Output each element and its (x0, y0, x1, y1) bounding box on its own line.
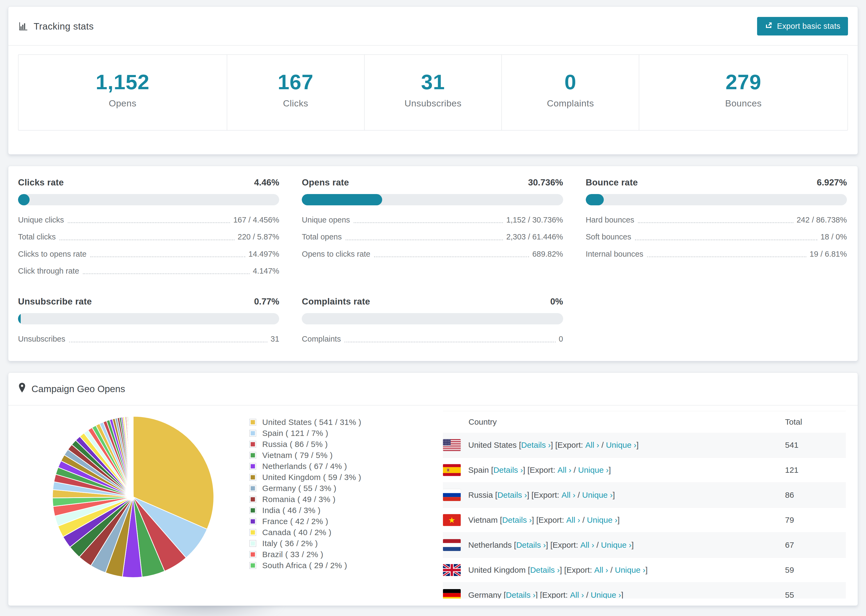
export-unique-link[interactable]: Unique › (578, 465, 609, 475)
legend-item-india[interactable]: India ( 46 / 3% ) (249, 505, 361, 516)
rate-detail-rows: Complaints0 (302, 335, 563, 344)
export-all-link[interactable]: All › (562, 490, 576, 500)
de-flag-icon (443, 589, 461, 599)
us-flag-icon (443, 439, 461, 451)
summary-stat-bounces: 279Bounces (639, 55, 847, 130)
legend-item-south-africa[interactable]: South Africa ( 29 / 2% ) (249, 560, 361, 571)
rate-detail-label: Unique opens (302, 215, 350, 225)
rate-detail-value: 242 / 86.738% (797, 215, 847, 225)
bracket-text: ] [Export: (560, 566, 594, 575)
legend-label: Netherlands ( 67 / 4% ) (262, 462, 347, 471)
rate-detail-row: Clicks to opens rate14.497% (18, 250, 279, 259)
export-unique-link[interactable]: Unique › (601, 541, 631, 550)
country-name: Vietnam [ (468, 515, 502, 525)
dotted-leader (69, 342, 267, 343)
export-unique-link[interactable]: Unique › (587, 515, 617, 525)
summary-stat-unsubscribes: 31Unsubscribes (364, 55, 502, 130)
details-link[interactable]: Details › (521, 440, 551, 449)
export-basic-stats-button[interactable]: Export basic stats (757, 17, 848, 36)
legend-item-united-states[interactable]: United States ( 541 / 31% ) (249, 417, 361, 428)
rate-detail-value: 689.82% (532, 250, 563, 259)
rate-detail-label: Complaints (302, 335, 341, 344)
legend-item-brazil[interactable]: Brazil ( 33 / 2% ) (249, 549, 361, 560)
geo-total-cell: 121 (785, 458, 846, 483)
slash-text: / (575, 490, 582, 500)
legend-swatch (249, 518, 256, 525)
details-link[interactable]: Details › (530, 566, 560, 575)
rate-detail-row: Opens to clicks rate689.82% (302, 250, 563, 259)
geo-country-cell: United States [Details ›] [Export: All ›… (443, 433, 785, 458)
slash-text: / (594, 541, 601, 550)
geo-total-cell: 59 (785, 558, 846, 583)
geo-chart-area: United States ( 541 / 31% )Spain ( 121 /… (18, 411, 443, 599)
page-title: Tracking stats (34, 21, 94, 32)
stat-value: 167 (227, 70, 364, 94)
vn-flag-icon (443, 514, 461, 526)
legend-item-vietnam[interactable]: Vietnam ( 79 / 5% ) (249, 450, 361, 461)
bracket-text: ] (609, 465, 611, 475)
pie-slice-other-53[interactable] (133, 416, 133, 497)
rate-value: 4.46% (254, 178, 279, 188)
rate-detail-rows: Unsubscribes31 (18, 335, 279, 344)
geo-table-header-row: Country Total (443, 411, 846, 433)
export-all-link[interactable]: All › (585, 440, 599, 449)
geo-country-cell: Vietnam [Details ›] [Export: All › / Uni… (443, 508, 785, 533)
legend-item-netherlands[interactable]: Netherlands ( 67 / 4% ) (249, 461, 361, 472)
bar-chart-icon (18, 22, 28, 31)
progress-bar-track (586, 194, 847, 205)
rate-section-unsubscribe: Unsubscribe rate0.77%Unsubscribes31 (18, 297, 279, 344)
country-cell: Russia [Details ›] [Export: All › / Uniq… (443, 489, 785, 501)
legend-item-united-kingdom[interactable]: United Kingdom ( 59 / 3% ) (249, 472, 361, 483)
progress-bar-fill (586, 194, 604, 205)
country-name: Russia [ (468, 490, 497, 500)
summary-stat-complaints: 0Complaints (501, 55, 639, 130)
legend-swatch (249, 496, 256, 503)
export-all-link[interactable]: All › (570, 591, 584, 599)
details-link[interactable]: Details › (506, 591, 535, 599)
legend-item-germany[interactable]: Germany ( 55 / 3% ) (249, 483, 361, 494)
bracket-text: ] (621, 591, 624, 599)
legend-label: Germany ( 55 / 3% ) (262, 484, 337, 493)
details-link[interactable]: Details › (493, 465, 523, 475)
details-link[interactable]: Details › (502, 515, 532, 525)
stat-label: Complaints (502, 98, 639, 108)
details-link[interactable]: Details › (516, 541, 546, 550)
geo-header: Campaign Geo Opens (8, 373, 858, 405)
export-unique-link[interactable]: Unique › (615, 566, 645, 575)
dotted-leader (345, 342, 555, 343)
legend-label: Spain ( 121 / 7% ) (262, 429, 328, 438)
column-header-country: Country (443, 411, 785, 433)
export-all-link[interactable]: All › (580, 541, 594, 550)
rate-title-row: Unsubscribe rate0.77% (18, 297, 279, 306)
export-all-link[interactable]: All › (567, 515, 580, 525)
export-all-link[interactable]: All › (557, 465, 572, 475)
geo-pie-chart (50, 413, 216, 581)
rate-detail-row: Hard bounces242 / 86.738% (586, 215, 847, 225)
export-unique-link[interactable]: Unique › (590, 591, 621, 599)
progress-bar-fill (18, 313, 21, 324)
rate-detail-value: 1,152 / 30.736% (506, 215, 563, 225)
legend-item-italy[interactable]: Italy ( 36 / 2% ) (249, 538, 361, 549)
country-cell: Spain [Details ›] [Export: All › / Uniqu… (443, 464, 785, 476)
geo-total-cell: 67 (785, 533, 846, 558)
export-unique-link[interactable]: Unique › (606, 440, 636, 449)
details-link[interactable]: Details › (497, 490, 527, 500)
rate-detail-value: 0 (559, 335, 563, 344)
legend-item-russia[interactable]: Russia ( 86 / 5% ) (249, 439, 361, 450)
slash-text: / (580, 515, 587, 525)
rate-detail-row: Total opens2,303 / 61.446% (302, 233, 563, 241)
legend-item-france[interactable]: France ( 42 / 2% ) (249, 516, 361, 527)
map-pin-icon (18, 382, 26, 395)
legend-item-spain[interactable]: Spain ( 121 / 7% ) (249, 428, 361, 439)
rate-detail-label: Total clicks (18, 233, 56, 241)
tracking-stats-title: Tracking stats (18, 21, 94, 32)
slash-text: / (572, 465, 578, 475)
rate-title: Unsubscribe rate (18, 297, 92, 306)
export-all-link[interactable]: All › (594, 566, 608, 575)
rate-value: 0.77% (254, 297, 279, 306)
rate-title: Clicks rate (18, 178, 64, 188)
legend-item-canada[interactable]: Canada ( 40 / 2% ) (249, 527, 361, 538)
legend-item-romania[interactable]: Romania ( 49 / 3% ) (249, 494, 361, 505)
stat-label: Bounces (639, 98, 847, 108)
export-unique-link[interactable]: Unique › (582, 490, 612, 500)
